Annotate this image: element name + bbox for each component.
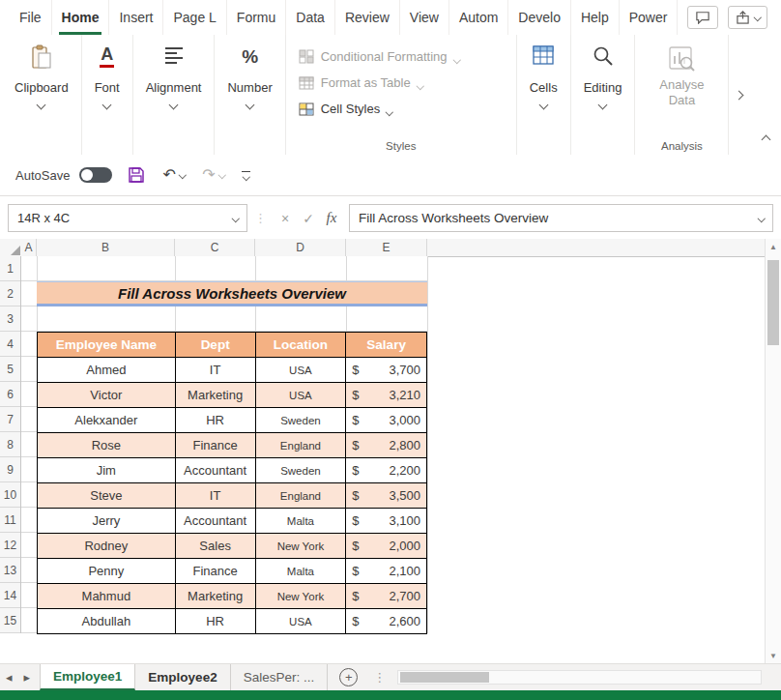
sheet-nav-right-button[interactable]: ▸ xyxy=(18,664,37,690)
row-header-13[interactable]: 13 xyxy=(0,558,20,583)
cell-salary[interactable]: $3,700 xyxy=(346,358,427,383)
ribbon-tab-home[interactable]: Home xyxy=(52,0,110,35)
cell-salary[interactable]: $2,700 xyxy=(346,584,427,609)
cell-employee-name[interactable]: Jim xyxy=(38,458,176,483)
table-header-dept[interactable]: Dept xyxy=(175,333,255,358)
cell-location[interactable]: Sweden xyxy=(255,458,346,483)
cell-employee-name[interactable]: Abdullah xyxy=(38,609,176,634)
cell-location[interactable]: England xyxy=(255,483,346,509)
cell-location[interactable]: USA xyxy=(255,609,346,634)
sheet-tab-employee1[interactable]: Employee1 xyxy=(40,664,135,690)
cell-dept[interactable]: Accountant xyxy=(175,509,255,534)
row-header-8[interactable]: 8 xyxy=(0,432,20,457)
cell-dept[interactable]: HR xyxy=(175,609,255,634)
cell-location[interactable]: England xyxy=(255,433,346,458)
cell-location[interactable]: USA xyxy=(255,383,346,408)
ribbon-tab-power[interactable]: Power xyxy=(620,0,679,35)
comments-button[interactable] xyxy=(687,6,718,29)
name-box[interactable]: 14R x 4C xyxy=(8,204,247,232)
cell-dept[interactable]: Finance xyxy=(175,559,255,584)
cell-employee-name[interactable]: Ahmed xyxy=(38,358,176,383)
ribbon-tab-page-l[interactable]: Page L xyxy=(163,0,226,35)
ribbon-more-button[interactable] xyxy=(729,35,749,155)
sheet-tab-employee2[interactable]: Employee2 xyxy=(135,664,230,690)
table-header-salary[interactable]: Salary xyxy=(346,333,427,358)
cell-employee-name[interactable]: Mahmud xyxy=(38,584,176,609)
grid-cells[interactable]: Fill Across Worksheets Overview Employee… xyxy=(21,256,427,633)
cell-salary[interactable]: $2,100 xyxy=(346,559,427,584)
cell-dept[interactable]: IT xyxy=(175,358,255,383)
cell-employee-name[interactable]: Rodney xyxy=(38,534,176,559)
number-group-button[interactable]: % Number xyxy=(215,35,285,155)
ribbon-tab-insert[interactable]: Insert xyxy=(109,0,163,35)
cell-employee-name[interactable]: Rose xyxy=(38,433,176,458)
format-as-table-button[interactable]: Format as Table xyxy=(299,70,422,96)
cell-dept[interactable]: Finance xyxy=(175,433,255,458)
editing-group-button[interactable]: Editing xyxy=(571,35,636,155)
cell-salary[interactable]: $2,200 xyxy=(346,458,427,483)
cancel-button[interactable]: × xyxy=(274,206,297,231)
cell-salary[interactable]: $2,600 xyxy=(346,609,427,634)
cell-location[interactable]: New York xyxy=(255,584,346,609)
cell-employee-name[interactable]: Jerry xyxy=(38,509,176,534)
customize-qat-button[interactable] xyxy=(240,169,252,182)
redo-button[interactable]: ↷ xyxy=(200,165,226,185)
column-header-b[interactable]: B xyxy=(37,239,175,256)
save-button[interactable] xyxy=(126,164,147,186)
column-header-e[interactable]: E xyxy=(346,239,427,256)
formula-bar-resize-handle[interactable]: ⋮ xyxy=(254,211,267,225)
cell-employee-name[interactable]: Steve xyxy=(38,483,176,509)
ribbon-tab-help[interactable]: Help xyxy=(571,0,620,35)
cell-dept[interactable]: Marketing xyxy=(175,584,255,609)
cell-employee-name[interactable]: Alekxander xyxy=(38,408,176,433)
row-header-2[interactable]: 2 xyxy=(0,281,20,306)
cells-group-button[interactable]: Cells xyxy=(517,35,571,155)
ribbon-tab-file[interactable]: File xyxy=(10,0,52,35)
row-header-7[interactable]: 7 xyxy=(0,407,20,432)
insert-function-button[interactable]: fx xyxy=(320,206,343,231)
cell-salary[interactable]: $3,100 xyxy=(346,509,427,534)
cell-dept[interactable]: IT xyxy=(175,483,255,509)
row-header-9[interactable]: 9 xyxy=(0,457,20,482)
cell-dept[interactable]: Accountant xyxy=(175,458,255,483)
clipboard-group-button[interactable]: Clipboard xyxy=(2,35,82,155)
column-header-a[interactable]: A xyxy=(21,239,37,256)
cell-salary[interactable]: $3,500 xyxy=(346,483,427,509)
analyse-data-button[interactable]: Analyse Data xyxy=(653,44,709,109)
ribbon-tab-data[interactable]: Data xyxy=(286,0,335,35)
row-header-6[interactable]: 6 xyxy=(0,382,20,407)
cell-location[interactable]: New York xyxy=(255,534,346,559)
sheet-tab-salesper[interactable]: SalesPer: ... xyxy=(231,664,329,690)
cell-styles-button[interactable]: Cell Styles xyxy=(299,96,392,122)
collapse-ribbon-button[interactable] xyxy=(763,130,769,147)
new-sheet-button[interactable]: + xyxy=(339,668,358,686)
cell-salary[interactable]: $2,800 xyxy=(346,433,427,458)
ribbon-tab-view[interactable]: View xyxy=(400,0,449,35)
row-header-5[interactable]: 5 xyxy=(0,357,20,382)
row-header-15[interactable]: 15 xyxy=(0,608,20,633)
cell-location[interactable]: USA xyxy=(255,358,346,383)
cell-dept[interactable]: Marketing xyxy=(175,383,255,408)
cell-location[interactable]: Malta xyxy=(255,509,346,534)
ribbon-tab-autom[interactable]: Autom xyxy=(449,0,508,35)
cell-location[interactable]: Malta xyxy=(255,559,346,584)
ribbon-tab-formu[interactable]: Formu xyxy=(227,0,286,35)
cell-employee-name[interactable]: Victor xyxy=(38,383,176,408)
row-header-1[interactable]: 1 xyxy=(0,256,20,281)
cell-dept[interactable]: HR xyxy=(175,408,255,433)
table-header-location[interactable]: Location xyxy=(255,333,346,358)
row-header-12[interactable]: 12 xyxy=(0,533,20,558)
formula-input[interactable]: Fill Across Worksheets Overview xyxy=(349,204,773,232)
cell-salary[interactable]: $2,000 xyxy=(346,534,427,559)
sheet-nav-left-button[interactable]: ◂ xyxy=(0,664,18,690)
autosave-toggle[interactable] xyxy=(79,167,112,183)
worksheet-title-cell[interactable]: Fill Across Worksheets Overview xyxy=(37,281,427,306)
ribbon-tab-develo[interactable]: Develo xyxy=(508,0,571,35)
cell-location[interactable]: Sweden xyxy=(255,408,346,433)
horizontal-scroll-thumb[interactable] xyxy=(400,672,489,683)
row-header-11[interactable]: 11 xyxy=(0,508,20,533)
conditional-formatting-button[interactable]: Conditional Formatting xyxy=(299,44,459,70)
share-button[interactable] xyxy=(728,6,768,29)
cell-salary[interactable]: $3,210 xyxy=(346,383,427,408)
cell-dept[interactable]: Sales xyxy=(175,534,255,559)
